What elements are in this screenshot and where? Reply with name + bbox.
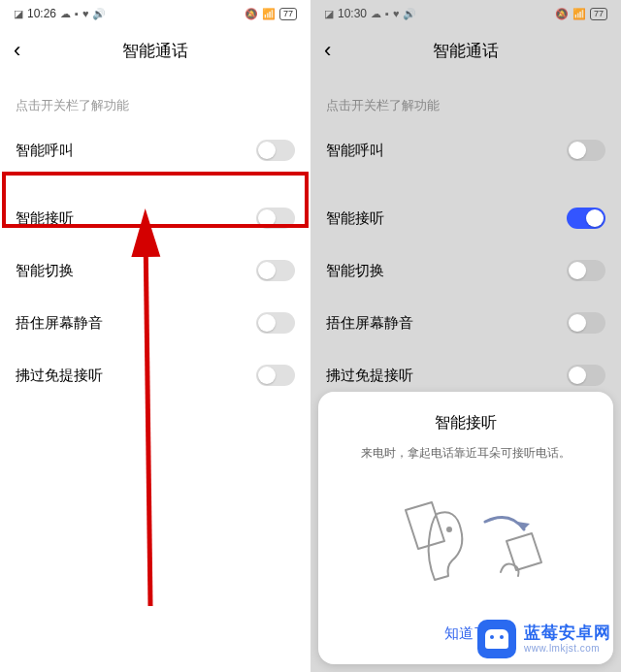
status-icon-wifi: 📶	[262, 8, 276, 20]
row-label: 智能切换	[326, 262, 384, 280]
watermark-url: www.lmkjst.com	[524, 643, 611, 655]
toggle-smart-switch[interactable]	[256, 260, 295, 281]
row-label: 捂住屏幕静音	[326, 314, 413, 333]
row-smart-answer[interactable]: 智能接听	[0, 192, 310, 244]
status-icon-generic: ◪	[14, 8, 23, 20]
status-icon-app: ▪	[75, 8, 79, 19]
toggle-smart-answer[interactable]	[567, 208, 605, 229]
back-button[interactable]: ‹	[14, 38, 20, 63]
status-icon-heart: ♥	[393, 8, 400, 19]
status-icon-heart: ♥	[82, 8, 89, 19]
status-icon-wifi: 📶	[572, 8, 586, 20]
row-label: 拂过免提接听	[16, 367, 103, 385]
watermark-icon	[477, 620, 516, 658]
sheet-description: 来电时，拿起电话靠近耳朵可接听电话。	[338, 445, 594, 462]
row-label: 智能呼叫	[326, 142, 384, 160]
row-smart-switch[interactable]: 智能切换	[0, 244, 310, 297]
status-time: 10:30	[338, 7, 367, 20]
row-label: 智能切换	[16, 262, 74, 280]
section-hint: 点击开关栏了解功能	[310, 74, 621, 124]
status-time: 10:26	[27, 7, 56, 20]
row-smart-call[interactable]: 智能呼叫	[310, 124, 621, 176]
row-cover-mute[interactable]: 捂住屏幕静音	[310, 297, 621, 349]
toggle-smart-switch[interactable]	[567, 260, 605, 281]
battery-indicator: 77	[279, 8, 297, 20]
status-bar-left: ◪ 10:26 ☁ ▪ ♥ 🔊 🔕 📶 77	[0, 0, 310, 27]
back-button[interactable]: ‹	[324, 38, 331, 63]
row-label: 捂住屏幕静音	[16, 314, 103, 333]
watermark: 蓝莓安卓网 www.lmkjst.com	[477, 620, 611, 658]
status-icon-cloud: ☁	[60, 8, 71, 20]
status-icon-dnd: 🔕	[245, 8, 258, 20]
toggle-smart-call[interactable]	[256, 140, 295, 161]
row-label: 智能接听	[16, 209, 74, 228]
status-icon-generic: ◪	[324, 8, 334, 20]
header-left: ‹ 智能通话	[0, 27, 310, 74]
status-icon-app: ▪	[385, 8, 389, 19]
row-smart-call[interactable]: 智能呼叫	[0, 124, 310, 176]
row-label: 智能接听	[326, 209, 384, 228]
status-icon-dnd: 🔕	[555, 8, 569, 20]
header-right: ‹ 智能通话	[310, 27, 621, 74]
battery-indicator: 77	[590, 8, 607, 20]
toggle-smart-call[interactable]	[567, 140, 605, 161]
watermark-title: 蓝莓安卓网	[524, 624, 611, 643]
row-smart-answer[interactable]: 智能接听	[310, 192, 621, 244]
svg-point-2	[447, 528, 451, 531]
status-icon-volume: 🔊	[403, 8, 416, 20]
row-label: 拂过免提接听	[326, 367, 413, 385]
page-title: 智能通话	[122, 40, 188, 62]
toggle-wave-answer[interactable]	[567, 365, 605, 386]
row-label: 智能呼叫	[16, 142, 74, 160]
illustration-phone-to-ear	[378, 493, 553, 599]
page-title: 智能通话	[433, 40, 499, 62]
row-wave-answer[interactable]: 拂过免提接听	[0, 349, 310, 401]
sheet-title: 智能接听	[338, 413, 594, 433]
row-smart-switch[interactable]: 智能切换	[310, 244, 621, 297]
toggle-cover-mute[interactable]	[567, 312, 605, 334]
row-cover-mute[interactable]: 捂住屏幕静音	[0, 297, 310, 349]
status-icon-volume: 🔊	[92, 8, 106, 20]
status-bar-right: ◪ 10:30 ☁ ▪ ♥ 🔊 🔕 📶 77	[310, 0, 621, 27]
toggle-cover-mute[interactable]	[256, 312, 295, 334]
toggle-wave-answer[interactable]	[256, 365, 295, 386]
toggle-smart-answer[interactable]	[256, 208, 295, 229]
phone-left: ◪ 10:26 ☁ ▪ ♥ 🔊 🔕 📶 77 ‹ 智能通话 点击开关栏了解功能 …	[0, 0, 310, 672]
phone-right: ◪ 10:30 ☁ ▪ ♥ 🔊 🔕 📶 77 ‹ 智能通话 点击开关栏了解功能 …	[310, 0, 621, 672]
status-icon-cloud: ☁	[371, 8, 381, 20]
section-hint: 点击开关栏了解功能	[0, 74, 310, 124]
